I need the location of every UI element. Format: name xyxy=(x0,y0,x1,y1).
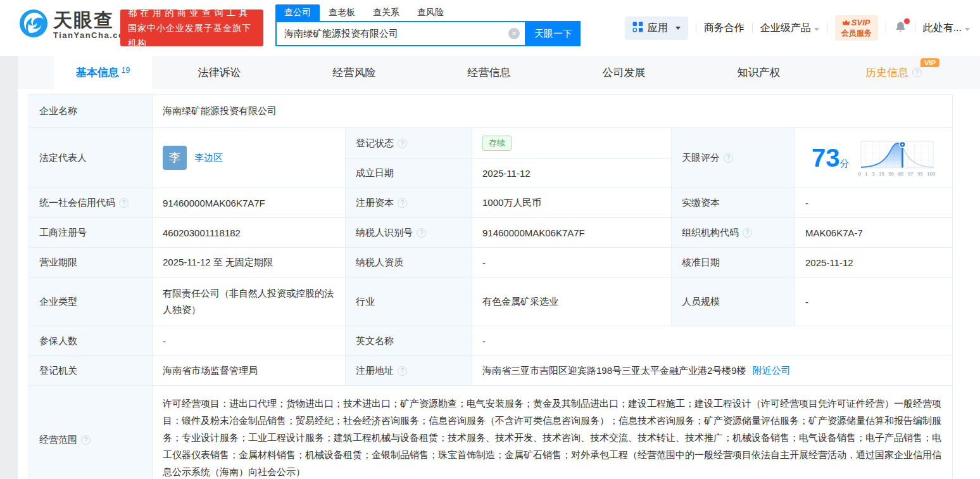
approval-date-label: 核准日期 xyxy=(672,248,795,277)
table-row: 参保人数 - 英文名称 - xyxy=(29,326,952,356)
reg-authority-label: 登记机关 xyxy=(29,356,153,385)
section-tabbar: 基本信息19 法律诉讼 经营风险 经营信息 公司发展 知识产权 历史信息 VIP xyxy=(18,56,980,89)
search-tab-relation[interactable]: 查关系 xyxy=(364,4,408,21)
tab-history-info[interactable]: 历史信息 VIP xyxy=(826,56,961,89)
score-unit: 分 xyxy=(840,158,850,169)
reg-number-value: 460203001118182 xyxy=(153,218,346,247)
promo-line1: 都在用的商业查询工具 xyxy=(128,5,256,20)
help-icon[interactable] xyxy=(81,435,91,445)
svip-member-button[interactable]: SVIP 会员服务 xyxy=(835,15,878,41)
help-icon[interactable] xyxy=(417,228,426,238)
search-input[interactable] xyxy=(284,29,508,39)
reg-address-cell: 海南省三亚市吉阳区迎宾路198号三亚太平金融产业港2号楼9楼 附近公司 xyxy=(472,356,952,385)
nearby-companies-link[interactable]: 附近公司 xyxy=(753,365,791,377)
crown-icon xyxy=(843,18,850,27)
promo-banner: 都在用的商业查询工具 国家中小企业发展子基金旗下机构 xyxy=(120,10,263,46)
clear-search-icon[interactable]: × xyxy=(508,28,520,39)
tab-intellectual-property[interactable]: 知识产权 xyxy=(691,56,826,89)
help-icon[interactable] xyxy=(724,153,733,163)
reg-number-label: 工商注册号 xyxy=(29,218,153,247)
reg-address-value: 海南省三亚市吉阳区迎宾路198号三亚太平金融产业港2号楼9楼 xyxy=(482,365,746,377)
nav-enterprise[interactable]: 企业级产品 xyxy=(760,22,819,35)
insured-count-value: - xyxy=(153,326,346,355)
table-row: 登记机关 海南省市场监督管理局 注册地址 海南省三亚市吉阳区迎宾路198号三亚太… xyxy=(29,356,952,386)
logo[interactable]: 天眼查 TianYanCha.com xyxy=(19,9,133,41)
english-name-label: 英文名称 xyxy=(346,326,472,355)
divider xyxy=(915,23,915,33)
business-term-label: 营业期限 xyxy=(29,248,153,277)
notifications-button[interactable] xyxy=(894,20,907,36)
table-row: 工商注册号 460203001118182 纳税人识别号 91460000MAK… xyxy=(29,218,952,248)
score-label: 天眼评分 xyxy=(672,128,795,188)
search-tab-company[interactable]: 查公司 xyxy=(275,4,320,21)
app-grid-icon xyxy=(632,22,643,35)
help-icon[interactable] xyxy=(398,139,407,148)
apps-menu-button[interactable]: 应用 xyxy=(625,16,688,40)
search-button[interactable]: 天眼一下 xyxy=(526,21,581,46)
org-code-value: MAK06K7A-7 xyxy=(795,218,952,247)
help-icon[interactable] xyxy=(119,198,129,208)
business-scope-value: 许可经营项目：进出口代理；货物进出口；技术进出口；矿产资源勘查；电气安装服务；黄… xyxy=(153,386,952,479)
table-row: 企业名称 海南绿矿能源投资有限公司 xyxy=(29,95,952,128)
divider xyxy=(752,23,753,33)
establish-date-label: 成立日期 xyxy=(346,159,472,188)
tianyancha-logo-icon xyxy=(19,9,48,41)
basic-info-table: 企业名称 海南绿矿能源投资有限公司 法定代表人 李 李边区 登记状态 存续 xyxy=(28,94,953,479)
chevron-down-icon xyxy=(675,27,681,30)
insured-count-label: 参保人数 xyxy=(29,326,153,355)
taxpayer-id-value: 91460000MAK06K7A7F xyxy=(472,218,672,247)
industry-label: 行业 xyxy=(346,278,472,326)
table-row: 经营范围 许可经营项目：进出口代理；货物进出口；技术进出口；矿产资源勘查；电气安… xyxy=(29,386,952,479)
reg-capital-label: 注册资本 xyxy=(346,188,472,217)
credit-code-label: 统一社会信用代码 xyxy=(29,188,153,217)
legal-rep-label: 法定代表人 xyxy=(29,128,153,188)
chevron-down-icon xyxy=(965,28,970,31)
taxpayer-quality-value: - xyxy=(472,248,672,277)
tab-legal-proceedings[interactable]: 法律诉讼 xyxy=(152,56,287,89)
avatar[interactable]: 李 xyxy=(163,146,187,170)
search-tab-risk[interactable]: 查风险 xyxy=(408,4,453,21)
page-body: 基本信息19 法律诉讼 经营风险 经营信息 公司发展 知识产权 历史信息 VIP… xyxy=(0,56,980,479)
help-icon[interactable] xyxy=(398,366,407,376)
taxpayer-id-label: 纳税人识别号 xyxy=(346,218,472,247)
table-row: 法定代表人 李 李边区 登记状态 存续 成立日期 2025-11-12 xyxy=(29,128,952,188)
bell-icon xyxy=(894,25,907,35)
table-row: 营业期限 2025-11-12 至 无固定期限 纳税人资质 - 核准日期 202… xyxy=(29,248,952,278)
credit-code-value: 91460000MAK06K7A7F xyxy=(153,188,346,217)
legal-rep-cell: 李 李边区 xyxy=(153,128,346,188)
status-badge: 存续 xyxy=(482,136,512,151)
company-name-label: 企业名称 xyxy=(29,95,153,127)
taxpayer-quality-label: 纳税人资质 xyxy=(346,248,472,277)
tab-company-development[interactable]: 公司发展 xyxy=(556,56,691,89)
tab-business-info[interactable]: 经营信息 xyxy=(422,56,556,89)
approval-date-value: 2025-11-12 xyxy=(795,248,952,277)
apps-label: 应用 xyxy=(648,22,668,35)
english-name-value: - xyxy=(472,326,952,355)
tab-basic-info[interactable]: 基本信息19 xyxy=(54,56,152,89)
search-box: × xyxy=(275,21,526,46)
search-tab-boss[interactable]: 查老板 xyxy=(320,4,364,21)
help-icon[interactable] xyxy=(912,68,922,77)
legal-rep-link[interactable]: 李边区 xyxy=(194,152,223,164)
paid-capital-value: - xyxy=(795,188,952,217)
user-menu[interactable]: 此处有... xyxy=(923,22,970,35)
tab-operating-risk[interactable]: 经营风险 xyxy=(287,56,422,89)
site-header: 天眼查 TianYanCha.com 都在用的商业查询工具 国家中小企业发展子基… xyxy=(0,0,980,56)
establish-date-value: 2025-11-12 xyxy=(472,159,672,188)
divider xyxy=(827,23,827,33)
org-code-label: 组织机构代码 xyxy=(672,218,795,247)
company-type-label: 企业类型 xyxy=(29,278,153,326)
divider xyxy=(696,23,696,33)
search-tabs: 查公司 查老板 查关系 查风险 xyxy=(275,4,581,21)
score-value: 73 xyxy=(812,144,840,172)
industry-value: 有色金属矿采选业 xyxy=(472,278,672,326)
reg-status-cell: 存续 xyxy=(472,128,672,158)
company-type-value: 有限责任公司（非自然人投资或控股的法人独资） xyxy=(153,278,346,326)
reg-authority-value: 海南省市场监督管理局 xyxy=(153,356,346,385)
nav-cooperation[interactable]: 商务合作 xyxy=(704,22,744,35)
help-icon[interactable] xyxy=(398,198,407,208)
help-icon[interactable] xyxy=(743,228,752,238)
reg-capital-value: 1000万人民币 xyxy=(472,188,672,217)
tab-count-badge: 19 xyxy=(122,66,130,75)
company-name-value: 海南绿矿能源投资有限公司 xyxy=(153,95,952,127)
